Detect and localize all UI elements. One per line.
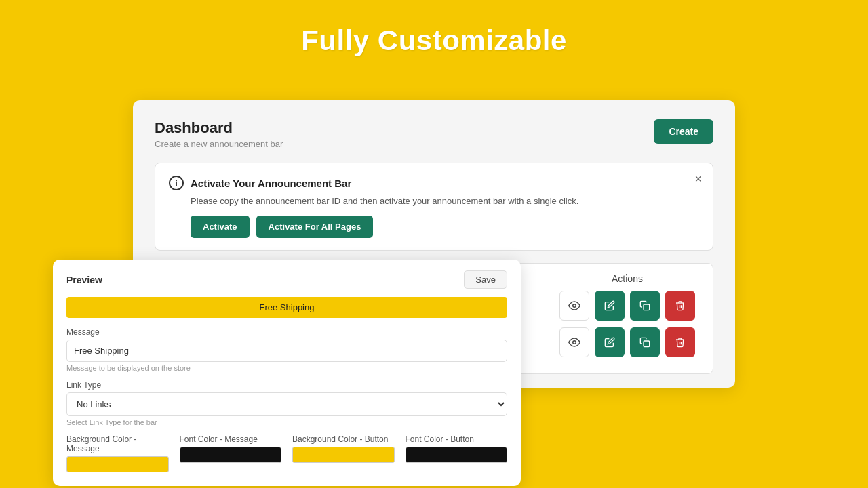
preview-header: Preview Save [66, 270, 507, 289]
message-label: Message [66, 327, 507, 337]
font-message-swatch[interactable] [180, 447, 282, 463]
activate-all-button[interactable]: Activate For All Pages [256, 216, 374, 238]
font-button-group: Font Color - Button [406, 434, 508, 472]
message-group: Message Message to be displayed on the s… [66, 327, 507, 372]
action-row-2 [553, 327, 702, 357]
bg-message-group: Background Color - Message [66, 434, 169, 472]
edit-button-2[interactable] [595, 327, 625, 357]
link-type-select[interactable]: No Links [66, 392, 507, 416]
font-message-label: Font Color - Message [180, 434, 282, 444]
view-button-2[interactable] [559, 327, 589, 357]
preview-card: Preview Save Free Shipping Message Messa… [53, 260, 521, 486]
banner-title: Activate Your Announcement Bar [191, 178, 351, 189]
bg-message-label: Background Color - Message [66, 434, 169, 453]
font-button-swatch[interactable] [406, 447, 508, 463]
font-message-group: Font Color - Message [180, 434, 282, 472]
preview-announcement-bar: Free Shipping [66, 297, 507, 318]
dashboard-subtitle: Create a new announcement bar [155, 139, 283, 149]
link-type-label: Link Type [66, 380, 507, 390]
actions-panel: Actions [553, 273, 702, 364]
preview-label: Preview [66, 274, 102, 285]
page-title: Fully Customizable [0, 0, 868, 57]
svg-point-2 [573, 341, 576, 344]
svg-point-0 [573, 304, 576, 308]
close-button[interactable]: × [694, 173, 702, 185]
copy-button-1[interactable] [630, 291, 660, 321]
copy-button-2[interactable] [630, 327, 660, 357]
actions-label: Actions [553, 273, 702, 284]
activate-button[interactable]: Activate [191, 216, 250, 238]
color-row: Background Color - Message Font Color - … [66, 434, 507, 472]
message-input[interactable] [66, 340, 507, 362]
banner-actions: Activate Activate For All Pages [191, 216, 699, 238]
dashboard-title-group: Dashboard Create a new announcement bar [155, 119, 283, 149]
create-button[interactable]: Create [654, 119, 713, 144]
banner-description: Please copy the announcement bar ID and … [191, 196, 699, 206]
svg-rect-1 [644, 304, 650, 310]
delete-button-1[interactable] [665, 291, 695, 321]
announcement-banner: i Activate Your Announcement Bar × Pleas… [155, 163, 713, 251]
svg-rect-3 [644, 341, 650, 347]
bg-button-swatch[interactable] [292, 447, 395, 463]
action-row-1 [553, 291, 702, 321]
bg-message-swatch[interactable] [66, 456, 169, 472]
banner-header: i Activate Your Announcement Bar [169, 176, 699, 190]
view-button-1[interactable] [559, 291, 589, 321]
info-icon: i [169, 176, 184, 190]
edit-button-1[interactable] [595, 291, 625, 321]
link-type-hint: Select Link Type for the bar [66, 418, 507, 426]
save-button[interactable]: Save [464, 270, 507, 289]
dashboard-title: Dashboard [155, 119, 283, 137]
link-type-group: Link Type No Links Select Link Type for … [66, 380, 507, 426]
message-hint: Message to be displayed on the store [66, 364, 507, 372]
dashboard-header: Dashboard Create a new announcement bar … [155, 119, 713, 149]
delete-button-2[interactable] [665, 327, 695, 357]
font-button-label: Font Color - Button [406, 434, 508, 444]
bg-button-group: Background Color - Button [292, 434, 395, 472]
bg-button-label: Background Color - Button [292, 434, 395, 444]
